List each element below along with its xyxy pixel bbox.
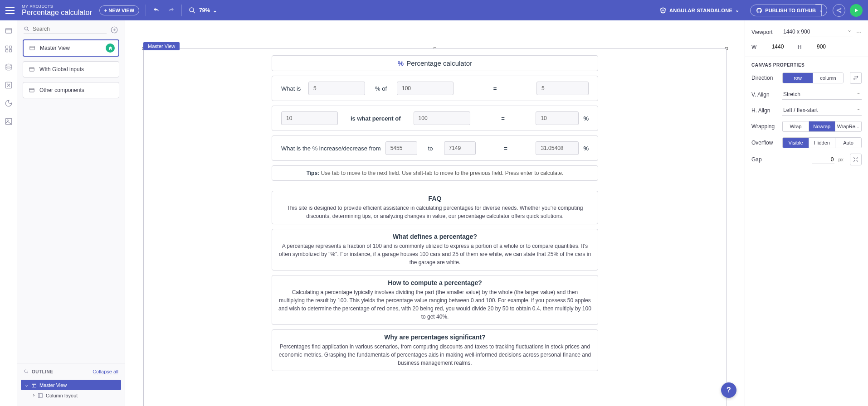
equals-sign: = — [475, 115, 532, 122]
top-bar: MY PROJECTS Percentage calculator + NEW … — [0, 0, 868, 20]
project-name: Percentage calculator — [22, 9, 92, 17]
svg-rect-15 — [30, 46, 35, 50]
faq-title: FAQ — [278, 195, 591, 202]
chevron-right-icon: ⌄ — [30, 393, 36, 397]
row3-input-a[interactable] — [385, 141, 417, 155]
nowrap-button[interactable]: Nowrap — [809, 121, 835, 131]
faq-body: Calculating a percentage typically invol… — [278, 288, 591, 321]
variable-icon[interactable] — [5, 81, 13, 89]
overflow-hidden-button[interactable]: Hidden — [809, 138, 835, 148]
zoom-value: 79% — [199, 7, 210, 14]
faq-title: Why are percentages significant? — [278, 334, 591, 341]
row2-input-b[interactable] — [414, 111, 470, 125]
equals-sign: = — [480, 145, 532, 152]
share-icon[interactable] — [833, 4, 845, 17]
properties-panel: Viewport 1440 x 900 ⋯ W H CANVAS PROPERT… — [745, 20, 868, 406]
width-input[interactable] — [764, 43, 791, 51]
faq-title: What defines a percentage? — [278, 233, 591, 240]
preview-button[interactable] — [850, 4, 863, 17]
valign-select[interactable]: Stretch — [782, 89, 862, 100]
publish-dropdown[interactable]: ⌄ — [815, 4, 827, 16]
collapse-all-link[interactable]: Collapse all — [93, 369, 118, 374]
view-item-other-components[interactable]: Other components — [23, 82, 119, 98]
chevron-down-icon: ⌄ — [735, 7, 739, 13]
svg-point-9 — [6, 64, 11, 66]
search-icon — [24, 26, 30, 32]
title-text: Percentage calculator — [406, 59, 472, 67]
search-field[interactable] — [24, 26, 107, 34]
chevron-down-icon: ⌄ — [819, 7, 823, 13]
viewport-more-icon[interactable]: ⋯ — [856, 29, 862, 35]
redo-icon[interactable] — [167, 6, 175, 14]
gap-input[interactable] — [812, 155, 834, 164]
direction-row-button[interactable]: row — [783, 73, 813, 83]
projects-label: MY PROJECTS — [22, 4, 92, 9]
row1-mid: % of — [370, 85, 392, 92]
components-icon[interactable] — [5, 45, 13, 53]
row3-result[interactable] — [536, 141, 579, 155]
svg-rect-7 — [5, 50, 8, 52]
svg-point-18 — [24, 370, 27, 372]
menu-icon[interactable] — [5, 7, 15, 14]
theme-icon[interactable] — [5, 99, 13, 107]
undo-icon[interactable] — [152, 6, 161, 14]
views-list: Master View WIth Global inputs Other com… — [17, 38, 125, 100]
angular-icon — [659, 7, 667, 14]
overflow-visible-button[interactable]: Visible — [783, 138, 809, 148]
tree-child[interactable]: ⌄ Column layout — [21, 390, 121, 401]
svg-point-0 — [190, 8, 194, 12]
row1-result[interactable] — [536, 82, 589, 95]
height-input[interactable] — [808, 43, 835, 51]
faq-card: What defines a percentage? A percentage … — [272, 229, 598, 271]
tips-text: Use tab to move to the next field. Use s… — [321, 170, 563, 176]
faq-title: How to compute a percentage? — [278, 279, 591, 286]
row2-mid: is what percent of — [342, 115, 409, 122]
svg-rect-20 — [39, 393, 43, 397]
help-button[interactable]: ? — [721, 382, 736, 398]
row1-input-a[interactable] — [308, 82, 365, 95]
new-view-button[interactable]: + NEW VIEW — [99, 5, 139, 15]
row2-result[interactable] — [536, 111, 579, 125]
framework-selector[interactable]: ANGULAR STANDALONE ⌄ — [659, 7, 739, 14]
valign-label: V. Align — [751, 92, 779, 98]
direction-column-button[interactable]: column — [813, 73, 843, 83]
artboard-label: Master View — [143, 42, 180, 50]
wrapping-label: Wrapping — [751, 123, 779, 130]
zoom-control[interactable]: 79% ⌄ — [188, 6, 217, 14]
direction-label: Direction — [751, 75, 779, 81]
overflow-auto-button[interactable]: Auto — [835, 138, 861, 148]
wrap-button[interactable]: Wrap — [783, 121, 809, 131]
view-item-master[interactable]: Master View — [23, 39, 119, 57]
width-label: W — [751, 44, 761, 50]
gap-unit: px — [838, 157, 844, 162]
assets-icon[interactable] — [5, 117, 13, 126]
swap-axis-icon[interactable] — [850, 72, 862, 84]
halign-select[interactable]: Left / flex-start — [782, 105, 862, 116]
row2-input-a[interactable] — [281, 111, 338, 125]
add-view-icon[interactable] — [110, 26, 118, 34]
canvas[interactable]: Master View % Percentage calculator What… — [125, 20, 745, 406]
publish-label: PUBLISH TO GITHUB — [765, 8, 816, 13]
tree-root[interactable]: ⌄ Master View — [21, 380, 121, 390]
gap-expand-icon[interactable] — [850, 154, 862, 165]
search-icon — [24, 369, 29, 374]
left-panel: Master View WIth Global inputs Other com… — [17, 20, 125, 406]
row1-prefix: What is — [281, 85, 304, 92]
artboard[interactable]: % Percentage calculator What is % of = i… — [143, 48, 727, 406]
view-item-global-inputs[interactable]: WIth Global inputs — [23, 61, 119, 77]
data-icon[interactable] — [5, 63, 13, 71]
zoom-icon — [188, 6, 196, 14]
viewport-select[interactable]: 1440 x 900 — [782, 27, 853, 37]
percent-icon: % — [398, 59, 404, 67]
outline-section: OUTLINE Collapse all ⌄ Master View ⌄ Col… — [17, 363, 125, 406]
publish-button[interactable]: PUBLISH TO GITHUB — [750, 5, 822, 16]
app-title: % Percentage calculator — [272, 55, 598, 71]
views-icon[interactable] — [5, 27, 13, 35]
wrapping-group: Wrap Nowrap WrapRe... — [782, 121, 862, 132]
row1-input-b[interactable] — [397, 82, 454, 95]
row3-input-b[interactable] — [444, 141, 476, 155]
search-input[interactable] — [33, 26, 107, 32]
view-name: WIth Global inputs — [39, 66, 84, 72]
wrapreverse-button[interactable]: WrapRe... — [835, 121, 861, 131]
tips-row: Tips: Use tab to move to the next field.… — [272, 165, 598, 181]
